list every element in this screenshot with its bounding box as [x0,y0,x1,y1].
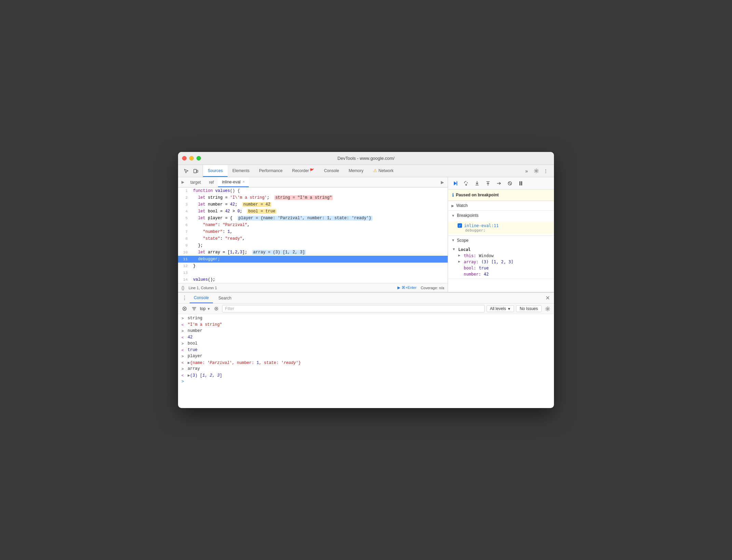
code-editor[interactable]: 1 function values() { 2 let string = 'I\… [178,187,448,283]
scope-bool: bool: true [448,265,554,271]
bottom-tabs: ⋮ Console Search ✕ [178,293,554,304]
console-prompt[interactable]: > [178,379,554,385]
console-input[interactable] [186,379,551,384]
source-tab-ref[interactable]: ref [205,177,218,187]
svg-rect-4 [457,181,457,185]
console-value: ▶(3) [1, 2, 3] [188,373,222,378]
breakpoint-code: debugger; [465,228,551,233]
scope-array[interactable]: ▶ array: (3) [1, 2, 3] [448,259,554,265]
console-arrow-icon: > [181,316,186,322]
console-value: string [188,316,202,321]
console-settings-icon[interactable] [544,305,551,312]
source-tab-more[interactable]: ▶ [438,178,446,186]
console-row-number-input: > number [178,328,554,335]
close-bottom-panel-button[interactable]: ✕ [544,294,551,302]
code-line-2: 2 let string = 'I\'m a string'; string =… [178,194,448,201]
deactivate-breakpoints-button[interactable] [505,179,514,188]
step-button[interactable] [494,179,503,188]
tab-console[interactable]: Console [319,165,344,177]
settings-button[interactable] [532,167,540,175]
svg-line-6 [509,182,511,185]
tab-performance[interactable]: Performance [254,165,287,177]
device-toolbar-icon[interactable] [192,167,200,175]
close-tab-icon[interactable]: × [243,180,245,184]
inspect-icon[interactable] [182,167,190,175]
tab-memory[interactable]: Memory [344,165,368,177]
console-row-player-output[interactable]: < ▶{name: 'Parzival', number: 1, state: … [178,360,554,366]
breakpoint-checkbox-icon: ✓ [458,223,462,228]
source-tabs: ▶ target ref inline-eval × ▶ [178,177,448,187]
maximize-button[interactable] [196,156,201,160]
title-bar: DevTools - www.google.com/ [178,152,554,165]
scope-bool-val: true [479,266,489,270]
tab-recorder[interactable]: Recorder 🚩 [287,165,319,177]
console-value: 42 [188,335,192,340]
sources-panel-toggle[interactable]: ▶ [179,179,186,186]
console-row-array-input: > array [178,366,554,373]
code-line-14: 14 values(); [178,276,448,283]
close-button[interactable] [182,156,187,160]
log-levels-dropdown[interactable]: All levels ▼ [487,305,514,312]
step-out-button[interactable] [484,179,492,188]
code-line-5: 5 let player = { player = {name: 'Parziv… [178,215,448,222]
console-return-icon: < [181,360,186,366]
tab-sources[interactable]: Sources [203,165,228,177]
scope-section-header[interactable]: ▼ Scope [448,236,554,245]
code-line-3: 3 let number = 42; number = 42 [178,201,448,208]
breakpoint-item[interactable]: ✓ inline-eval:11 debugger; [448,222,554,234]
svg-rect-8 [521,181,522,185]
scope-array-val: (3) [1, 2, 3] [481,260,513,264]
coverage-label: Coverage: n/a [421,286,444,290]
watch-label: Watch [456,203,468,208]
source-tab-inline-eval[interactable]: inline-eval × [218,177,249,187]
step-over-button[interactable] [462,179,471,188]
customize-button[interactable]: ⋮ [542,167,550,175]
tab-actions: » ⋮ [520,167,553,175]
tab-icon-group [179,165,203,177]
scope-number-val: 42 [484,272,489,277]
breakpoints-label: Breakpoints [457,213,478,218]
devtools-window: DevTools - www.google.com/ Sources Eleme… [178,152,554,408]
live-expressions-button[interactable] [213,305,220,312]
console-toolbar: top ▼ All levels ▼ No Issues [178,304,554,314]
console-row-array-output[interactable]: < ▶(3) [1, 2, 3] [178,373,554,379]
console-value: number [188,328,202,333]
bottom-panel: ⋮ Console Search ✕ [178,292,554,408]
more-tabs-button[interactable]: » [523,167,531,175]
svg-point-2 [536,170,537,172]
svg-rect-0 [194,169,196,173]
scope-local-header[interactable]: ▼ Local [448,247,554,253]
run-button[interactable]: ▶ ⌘+Enter [397,285,417,290]
watch-section-header[interactable]: ▶ Watch [448,201,554,210]
scope-this[interactable]: ▶ this: Window [448,253,554,259]
top-context-selector[interactable]: top ▼ [200,306,211,311]
step-into-button[interactable] [473,179,482,188]
breakpoints-collapse-icon: ▼ [451,214,455,218]
tab-network[interactable]: ⚠ Network [368,165,398,177]
tab-console-bottom[interactable]: Console [190,293,213,303]
svg-marker-3 [454,181,457,185]
console-filter-input[interactable] [222,305,485,312]
minimize-button[interactable] [189,156,194,160]
filter-toggle-button[interactable] [190,305,198,312]
console-row-number-output: < 42 [178,335,554,341]
tab-elements[interactable]: Elements [228,165,254,177]
console-arrow-icon: > [181,328,186,334]
breakpoints-section-header[interactable]: ▼ Breakpoints [448,211,554,220]
code-line-7: 7 "number": 1, [178,228,448,235]
pause-async-button[interactable] [516,179,525,188]
resume-button[interactable] [451,179,460,188]
log-levels-label: All levels [490,306,506,311]
console-value: true [188,348,198,352]
format-icon[interactable]: {} [181,285,185,290]
bottom-tab-menu-icon[interactable]: ⋮ [181,294,188,302]
code-line-10: 10 let array = [1,2,3]; array = (3) [1, … [178,249,448,256]
svg-rect-7 [519,181,520,185]
source-tab-target[interactable]: target [186,177,205,187]
clear-console-button[interactable] [181,305,188,312]
code-line-8: 8 "state": "ready", [178,235,448,242]
run-icon: ▶ [397,285,400,290]
no-issues-button[interactable]: No Issues [516,305,542,312]
tab-search[interactable]: Search [214,293,235,303]
console-value: player [188,354,202,359]
